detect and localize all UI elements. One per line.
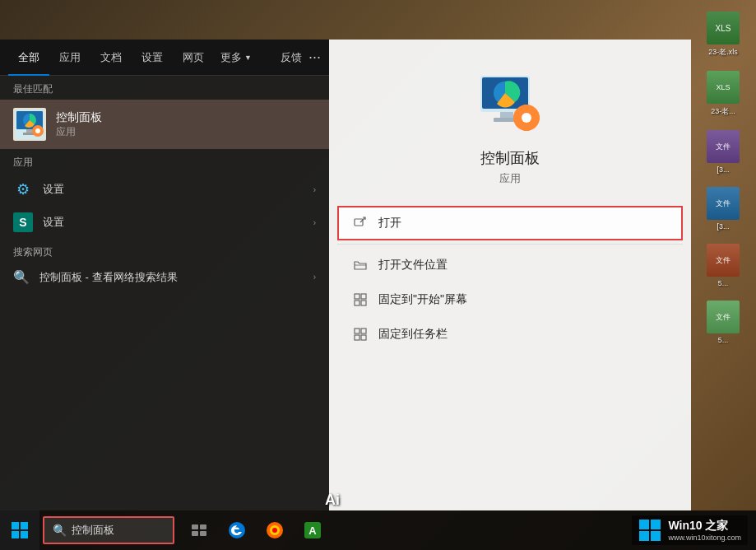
svg-rect-31 (21, 522, 28, 529)
svg-text:A: A (308, 524, 317, 537)
svg-rect-22 (355, 294, 359, 299)
result-control-panel-icon (477, 72, 543, 138)
taskview-icon (191, 522, 207, 538)
best-match-label: 最佳匹配 (0, 76, 329, 100)
chevron-right-icon-web: › (313, 273, 316, 282)
svg-rect-33 (21, 531, 28, 538)
action-list: 打开 打开文件位置 (329, 206, 691, 352)
taskbar-app2[interactable]: A (295, 510, 331, 550)
svg-rect-4 (26, 129, 33, 133)
tab-apps[interactable]: 应用 (49, 40, 90, 76)
svg-rect-24 (355, 301, 359, 305)
best-match-type: 应用 (56, 125, 102, 139)
result-app-type: 应用 (499, 171, 521, 186)
svg-rect-37 (200, 531, 206, 536)
svg-rect-16 (524, 105, 529, 110)
taskbar-app1[interactable] (257, 510, 293, 550)
app2-icon: A (303, 520, 322, 540)
win10-badge: Win10 之家 www.win10xitong.com (632, 515, 748, 545)
gear-icon-1: ⚙ (13, 179, 33, 199)
desktop-icon[interactable]: 文件 5... (693, 297, 753, 347)
tab-settings[interactable]: 设置 (132, 40, 173, 76)
desktop-icon[interactable]: 文件 [3... (693, 184, 753, 234)
svg-rect-19 (535, 115, 540, 120)
search-icon: 🔍 (53, 524, 67, 537)
win10-logo-icon (638, 519, 661, 542)
search-icon-web: 🔍 (13, 269, 30, 285)
app-item-settings-1[interactable]: ⚙ 设置 › (0, 173, 329, 206)
web-section-label: 搜索网页 (0, 239, 329, 263)
start-menu: 全部 应用 文档 设置 网页 更多 ▼ 反馈 ··· 最佳匹配 (0, 40, 691, 510)
svg-rect-23 (361, 294, 366, 299)
taskbar-search-text: 控制面板 (72, 523, 114, 538)
svg-rect-35 (200, 524, 206, 529)
apps-section-label: 应用 (0, 149, 329, 173)
svg-rect-47 (651, 531, 661, 541)
tab-more[interactable]: 更多 ▼ (214, 50, 258, 65)
chevron-right-icon-2: › (313, 218, 316, 227)
tab-docs[interactable]: 文档 (90, 40, 132, 76)
tab-all[interactable]: 全部 (8, 40, 49, 76)
svg-rect-32 (12, 531, 19, 538)
s-icon-2: S (13, 212, 33, 232)
svg-rect-44 (639, 520, 649, 529)
action-open[interactable]: 打开 (337, 206, 683, 240)
app-item-settings-2[interactable]: S 设置 › (0, 206, 329, 239)
tab-more-options[interactable]: ··· (308, 49, 321, 66)
svg-rect-30 (12, 522, 19, 529)
svg-rect-36 (192, 531, 198, 536)
pin-start-icon (352, 293, 369, 306)
win10-url: www.win10xitong.com (668, 534, 741, 542)
taskbar-search-box[interactable]: 🔍 控制面板 (43, 516, 174, 544)
tab-feedback[interactable]: 反馈 (281, 50, 302, 65)
svg-rect-34 (192, 524, 198, 529)
search-right-panel: 控制面板 应用 打开 (329, 40, 691, 510)
taskbar-apps: A (181, 510, 331, 550)
pin-taskbar-icon (352, 328, 369, 341)
search-left-panel: 全部 应用 文档 设置 网页 更多 ▼ 反馈 ··· 最佳匹配 (0, 40, 329, 510)
svg-rect-45 (651, 520, 661, 529)
svg-rect-18 (513, 115, 518, 120)
chevron-right-icon-1: › (313, 185, 316, 194)
windows-logo-icon (11, 521, 29, 539)
svg-point-41 (272, 528, 277, 533)
best-match-name: 控制面板 (56, 110, 102, 125)
svg-rect-25 (361, 301, 366, 305)
taskbar-right: Win10 之家 www.win10xitong.com (632, 515, 756, 545)
ai-text: Ai (325, 492, 340, 509)
action-pin-taskbar[interactable]: 固定到任务栏 (337, 317, 683, 352)
svg-rect-12 (500, 112, 513, 118)
desktop-icon[interactable]: 文件 [3... (693, 127, 753, 177)
start-button[interactable] (0, 510, 39, 550)
tab-web[interactable]: 网页 (173, 40, 214, 76)
svg-rect-46 (639, 531, 649, 541)
result-app-name: 控制面板 (480, 148, 540, 168)
best-match-info: 控制面板 应用 (56, 110, 102, 139)
taskbar-edge[interactable] (219, 510, 255, 550)
folder-icon (352, 259, 369, 272)
desktop-icon[interactable]: XLS 23-老... (693, 68, 753, 120)
win10-text: Win10 之家 www.win10xitong.com (668, 519, 741, 542)
action-pin-start[interactable]: 固定到"开始"屏幕 (337, 282, 683, 317)
web-search-item[interactable]: 🔍 控制面板 - 查看网络搜索结果 › (0, 263, 329, 291)
desktop-icon[interactable]: 文件 5... (693, 240, 753, 291)
svg-rect-27 (361, 329, 366, 333)
svg-rect-26 (355, 329, 359, 333)
desktop-icons: XLS 23-老.xls XLS 23-老... 文件 [3... 文件 [3.… (690, 0, 756, 510)
app1-icon (265, 520, 285, 540)
svg-rect-20 (355, 219, 363, 226)
svg-rect-28 (355, 335, 359, 340)
edge-icon (227, 520, 247, 540)
taskbar-taskview[interactable] (181, 510, 217, 550)
svg-point-15 (522, 113, 531, 123)
chevron-down-icon: ▼ (244, 54, 252, 62)
search-tabs: 全部 应用 文档 设置 网页 更多 ▼ 反馈 ··· (0, 40, 329, 76)
win10-title: Win10 之家 (668, 519, 741, 534)
svg-point-7 (35, 128, 40, 133)
desktop-icon[interactable]: XLS 23-老.xls (693, 8, 753, 61)
control-panel-icon (13, 108, 46, 141)
action-open-location[interactable]: 打开文件位置 (337, 248, 683, 282)
open-icon (352, 217, 369, 230)
best-match-item[interactable]: 控制面板 应用 (0, 100, 329, 149)
svg-rect-29 (361, 335, 366, 340)
